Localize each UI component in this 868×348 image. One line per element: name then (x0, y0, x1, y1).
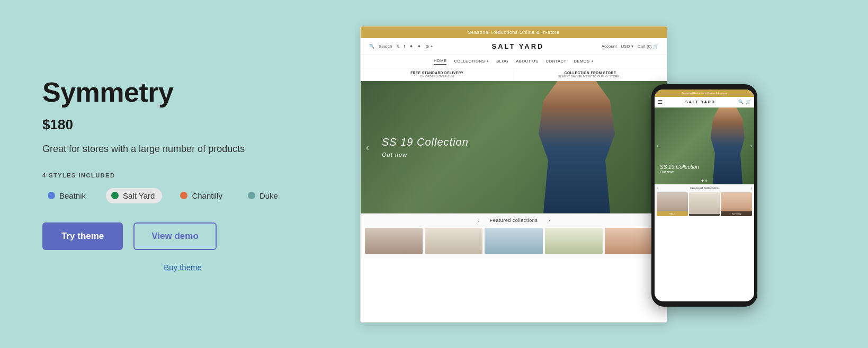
hero-subtitle: Out now (382, 151, 469, 158)
preview-nav: HOME COLLECTIONS + BLOG ABOUT US CONTACT… (361, 55, 667, 68)
collection-item-1 (365, 228, 423, 254)
mobile-dot-2 (705, 180, 708, 182)
nav-contact: CONTACT (545, 59, 566, 64)
chantilly-label: Chantilly (192, 191, 222, 200)
nav-home: HOME (434, 58, 447, 65)
mobile-collections-header: ‹ Featured collections › (657, 186, 752, 190)
collection-item-2 (425, 228, 482, 254)
buy-theme-link[interactable]: Buy theme (42, 263, 323, 272)
nav-demos: DEMOS + (574, 59, 594, 64)
style-option-chantilly[interactable]: Chantilly (175, 188, 230, 203)
mobile-hero-text: SS 19 Collection Out now (660, 164, 699, 174)
mobile-announcement: Seasonal Reductions Online & In-store (682, 92, 727, 95)
mobile-badge-2 (689, 214, 720, 216)
chantilly-dot (180, 192, 187, 199)
styles-label: 4 STYLES INCLUDED (42, 172, 323, 179)
collections-header: ‹ Featured collections › (365, 218, 663, 224)
collections-grid (365, 228, 663, 254)
mobile-collection-2 (689, 192, 720, 216)
beatnik-dot (48, 192, 55, 199)
mobile-collection-1: SALE (657, 192, 688, 216)
saltyard-label: Salt Yard (123, 191, 155, 200)
theme-description: Great for stores with a large number of … (42, 142, 323, 156)
social-icons: 𝕏 f ✦ ✦ G+ (396, 44, 434, 49)
delivery-item-2: COLLECTION FROM STORE $2 NEXT DAY DELIVE… (514, 68, 667, 81)
desktop-preview: Seasonal Reductions Online & In-store 🔍 … (360, 26, 667, 323)
theme-title: Symmetry (42, 76, 323, 108)
collections-arrow-left: ‹ (477, 218, 479, 224)
preview-announcement: Seasonal Reductions Online & In-store (468, 30, 560, 35)
beatnik-label: Beatnik (59, 191, 86, 200)
try-theme-button[interactable]: Try theme (42, 222, 123, 250)
delivery-sub-2: $2 NEXT DAY DELIVERY TO OUR NY STORE ... (518, 75, 663, 78)
account-label: Account (602, 44, 617, 49)
style-option-saltyard[interactable]: Salt Yard (106, 188, 162, 203)
mobile-logo: SALT YARD (685, 100, 715, 104)
mobile-header: ☰ SALT YARD 🔍 🛒 (655, 97, 754, 108)
delivery-title-2: COLLECTION FROM STORE (518, 71, 663, 75)
preview-collections: ‹ Featured collections › (361, 213, 667, 258)
style-option-duke[interactable]: Duke (243, 188, 285, 203)
preview-logo: SALT YARD (434, 42, 601, 50)
search-icon: 🔍 (369, 44, 374, 49)
mobile-header-icons: 🔍 🛒 (738, 100, 751, 104)
preview-delivery-bar: FREE STANDARD DELIVERY ON ORDERS OVER £1… (361, 68, 667, 81)
duke-dot (248, 192, 255, 199)
mobile-hero-figure (706, 108, 749, 184)
mobile-hero-title: SS 19 Collection (660, 164, 699, 170)
search-label: Search (379, 44, 392, 49)
mobile-hero-dots (702, 180, 708, 182)
mobile-top-bar: Seasonal Reductions Online & In-store (655, 90, 754, 97)
mobile-arrow-left: ‹ (657, 143, 658, 149)
collection-item-4 (545, 228, 603, 254)
mobile-dot-1 (702, 180, 704, 182)
mobile-arrow-right: › (750, 143, 752, 149)
mobile-search-icon: 🔍 (738, 100, 744, 104)
duke-label: Duke (259, 191, 278, 200)
nav-collections: COLLECTIONS + (454, 59, 489, 64)
hero-arrow-left: ‹ (366, 141, 369, 153)
delivery-sub-1: ON ORDERS OVER £150 (365, 75, 509, 78)
style-option-beatnik[interactable]: Beatnik (42, 188, 93, 203)
currency-label: USD ▾ (621, 44, 633, 49)
mobile-collection-3: Symmetry (721, 192, 752, 216)
preview-top-bar: Seasonal Reductions Online & In-store (361, 26, 667, 38)
mobile-badge-3: Symmetry (721, 211, 752, 216)
preview-header: 🔍 Search 𝕏 f ✦ ✦ G+ SALT YARD Account US… (361, 38, 667, 55)
mobile-hero: SS 19 Collection Out now ‹ › (655, 108, 754, 184)
collection-item-3 (485, 228, 542, 254)
preview-hero: ‹ SS 19 Collection Out now (361, 81, 667, 213)
left-panel: Symmetry $180 Great for stores with a la… (0, 0, 355, 348)
right-panel: Seasonal Reductions Online & In-store 🔍 … (355, 0, 868, 348)
saltyard-dot (111, 192, 119, 199)
theme-price: $180 (42, 117, 323, 133)
hero-text: SS 19 Collection Out now (361, 120, 490, 174)
style-options: Beatnik Salt Yard Chantilly Duke (42, 188, 323, 203)
collections-title: Featured collections (490, 218, 538, 223)
nav-about: ABOUT US (516, 59, 538, 64)
hero-title: SS 19 Collection (382, 136, 469, 148)
mobile-collections-grid: SALE Symmetry (657, 192, 752, 216)
preview-header-left: 🔍 Search 𝕏 f ✦ ✦ G+ (369, 44, 434, 49)
mobile-screen: Seasonal Reductions Online & In-store ☰ … (655, 90, 754, 301)
mobile-badge-1: SALE (657, 211, 688, 216)
collections-arrow-right: › (548, 218, 550, 224)
delivery-title-1: FREE STANDARD DELIVERY (365, 71, 509, 75)
delivery-item-1: FREE STANDARD DELIVERY ON ORDERS OVER £1… (361, 68, 514, 81)
action-buttons: Try theme View demo (42, 222, 323, 250)
mobile-coll-arrow-right: › (751, 186, 752, 190)
mobile-cart-icon: 🛒 (746, 100, 751, 104)
view-demo-button[interactable]: View demo (133, 222, 217, 250)
preview-header-right: Account USD ▾ Cart (0) 🛒 (602, 44, 658, 49)
mobile-hero-sub: Out now (660, 170, 699, 174)
cart-label: Cart (0) 🛒 (638, 44, 658, 49)
nav-blog: BLOG (496, 59, 508, 64)
mobile-menu-icon: ☰ (658, 99, 663, 105)
mobile-collections-title: Featured collections (658, 186, 750, 190)
mobile-collections: ‹ Featured collections › SALE Symmetry (655, 184, 754, 218)
mobile-preview: Seasonal Reductions Online & In-store ☰ … (651, 84, 757, 307)
